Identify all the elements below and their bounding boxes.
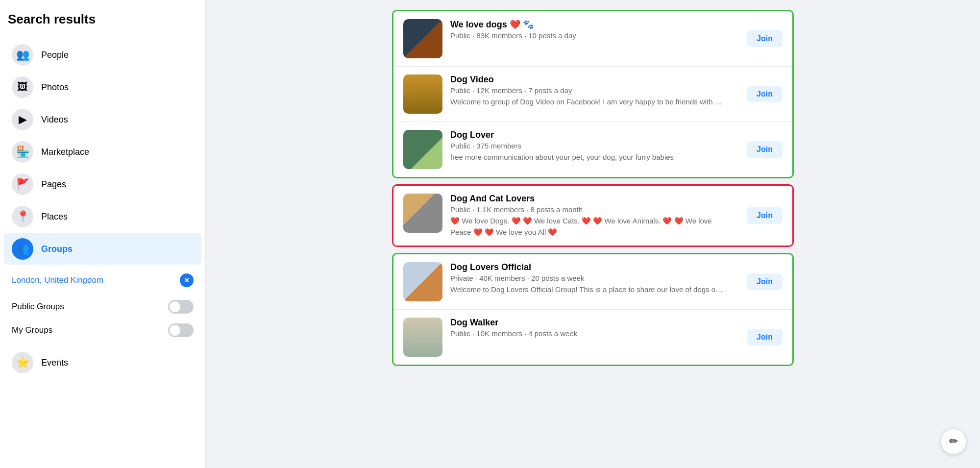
location-row: London, United Kingdom ✕ <box>12 270 194 291</box>
we-love-dogs-thumbnail <box>403 19 442 58</box>
group-card-dog-walker: Dog WalkerPublic · 10K members · 4 posts… <box>393 309 792 365</box>
fab-button[interactable]: ✏ <box>941 429 966 454</box>
location-remove-button[interactable]: ✕ <box>180 273 194 287</box>
group-card-we-love-dogs: We love dogs ❤️ 🐾Public · 83K members · … <box>393 11 792 66</box>
dog-lover-meta: Public · 375 members <box>450 142 739 150</box>
sidebar-item-places-label: Places <box>41 212 68 222</box>
dog-lover-info: Dog LoverPublic · 375 membersfree more c… <box>450 130 739 162</box>
we-love-dogs-meta: Public · 83K members · 10 posts a day <box>450 31 739 40</box>
sidebar-item-people-label: People <box>41 50 69 60</box>
sidebar-item-pages-label: Pages <box>41 179 66 190</box>
public-groups-toggle[interactable] <box>168 300 194 314</box>
green-card-group-2: Dog Lovers OfficialPrivate · 40K members… <box>392 253 794 366</box>
sidebar-item-groups-label: Groups <box>41 244 73 254</box>
dog-lovers-official-meta: Private · 40K members · 20 posts a week <box>450 274 739 282</box>
sidebar-item-people[interactable]: 👥 People <box>4 39 201 71</box>
dog-and-cat-lovers-thumbnail <box>403 194 442 233</box>
dog-and-cat-lovers-name: Dog And Cat Lovers <box>450 194 739 204</box>
dog-lovers-official-desc: Welcome to Dog Lovers Official Group! Th… <box>450 284 725 295</box>
sidebar-item-marketplace-label: Marketplace <box>41 147 89 157</box>
sidebar-item-videos-label: Videos <box>41 115 68 125</box>
sidebar: Search results 👥 People 🖼 Photos ▶ Video… <box>0 0 206 468</box>
dog-lovers-official-name: Dog Lovers Official <box>450 262 739 272</box>
sidebar-item-pages[interactable]: 🚩 Pages <box>4 169 201 200</box>
dog-lover-desc: free more communication about your pet, … <box>450 152 725 162</box>
dog-and-cat-lovers-meta: Public · 1.1K members · 8 posts a month <box>450 205 739 214</box>
results-list: We love dogs ❤️ 🐾Public · 83K members · … <box>392 10 794 372</box>
dog-lovers-official-join-button[interactable]: Join <box>747 273 783 290</box>
sidebar-item-events[interactable]: ⭐ Events <box>4 347 201 378</box>
we-love-dogs-join-button[interactable]: Join <box>747 30 783 47</box>
dog-and-cat-lovers-join-button[interactable]: Join <box>747 207 783 224</box>
dog-walker-name: Dog Walker <box>450 318 739 328</box>
sidebar-item-photos[interactable]: 🖼 Photos <box>4 72 201 103</box>
my-groups-label: My Groups <box>12 325 52 335</box>
location-filter[interactable]: London, United Kingdom <box>12 275 103 285</box>
sidebar-item-events-label: Events <box>41 358 68 368</box>
events-icon: ⭐ <box>12 352 33 373</box>
main-content: We love dogs ❤️ 🐾Public · 83K members · … <box>206 0 980 468</box>
pages-icon: 🚩 <box>12 173 33 195</box>
photos-icon: 🖼 <box>12 76 33 98</box>
dog-video-meta: Public · 12K members · 7 posts a day <box>450 86 739 95</box>
people-icon: 👥 <box>12 44 33 66</box>
dog-and-cat-lovers-desc: ❤️ We love Dogs. ❤️ ❤️ We love Cats. ❤️ … <box>450 216 725 238</box>
dog-walker-join-button[interactable]: Join <box>747 329 783 345</box>
dog-video-name: Dog Video <box>450 74 739 85</box>
group-card-dog-lovers-official: Dog Lovers OfficialPrivate · 40K members… <box>393 254 792 309</box>
groups-icon: 👥 <box>12 238 33 260</box>
dog-lovers-official-info: Dog Lovers OfficialPrivate · 40K members… <box>450 262 739 295</box>
dog-video-desc: Welcome to group of Dog Video on Faceboo… <box>450 97 725 107</box>
dog-video-join-button[interactable]: Join <box>747 86 783 102</box>
dog-video-thumbnail <box>403 74 442 114</box>
dog-video-info: Dog VideoPublic · 12K members · 7 posts … <box>450 74 739 107</box>
sidebar-item-groups[interactable]: 👥 Groups <box>4 233 201 265</box>
my-groups-toggle[interactable] <box>168 323 194 337</box>
places-icon: 📍 <box>12 206 33 227</box>
my-groups-toggle-row: My Groups <box>12 319 194 342</box>
dog-and-cat-lovers-info: Dog And Cat LoversPublic · 1.1K members … <box>450 194 739 238</box>
dog-lover-name: Dog Lover <box>450 130 739 140</box>
dog-lover-join-button[interactable]: Join <box>747 141 783 158</box>
sidebar-item-places[interactable]: 📍 Places <box>4 201 201 232</box>
group-card-dog-and-cat-lovers: Dog And Cat LoversPublic · 1.1K members … <box>393 186 792 246</box>
sub-filters: London, United Kingdom ✕ Public Groups M… <box>0 266 205 346</box>
sidebar-item-videos[interactable]: ▶ Videos <box>4 104 201 135</box>
group-card-dog-lover: Dog LoverPublic · 375 membersfree more c… <box>393 122 792 177</box>
marketplace-icon: 🏪 <box>12 141 33 163</box>
sidebar-divider <box>8 37 197 37</box>
sidebar-item-photos-label: Photos <box>41 82 69 93</box>
page-title: Search results <box>0 8 205 35</box>
green-card-group-1: We love dogs ❤️ 🐾Public · 83K members · … <box>392 10 794 178</box>
public-groups-toggle-row: Public Groups <box>12 295 194 319</box>
public-groups-label: Public Groups <box>12 302 64 312</box>
videos-icon: ▶ <box>12 109 33 130</box>
dog-lovers-official-thumbnail <box>403 262 442 301</box>
sidebar-nav: 👥 People 🖼 Photos ▶ Videos 🏪 Marketplace… <box>0 39 205 265</box>
dog-lover-thumbnail <box>403 130 442 169</box>
dog-walker-info: Dog WalkerPublic · 10K members · 4 posts… <box>450 318 739 340</box>
dog-walker-meta: Public · 10K members · 4 posts a week <box>450 329 739 338</box>
red-card-group: Dog And Cat LoversPublic · 1.1K members … <box>392 184 794 247</box>
sidebar-item-marketplace[interactable]: 🏪 Marketplace <box>4 136 201 168</box>
we-love-dogs-name: We love dogs ❤️ 🐾 <box>450 19 739 30</box>
group-card-dog-video: Dog VideoPublic · 12K members · 7 posts … <box>393 66 792 122</box>
we-love-dogs-info: We love dogs ❤️ 🐾Public · 83K members · … <box>450 19 739 42</box>
edit-icon: ✏ <box>949 435 958 448</box>
dog-walker-thumbnail <box>403 318 442 357</box>
